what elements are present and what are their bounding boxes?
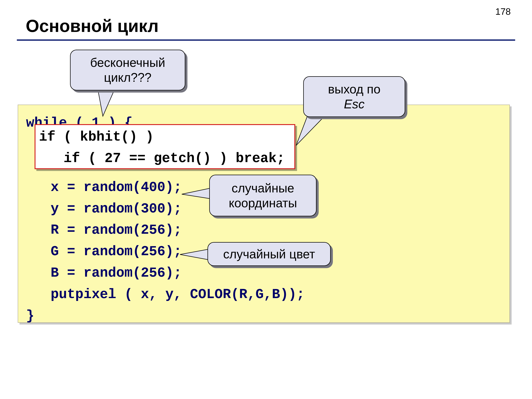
callout-text: бесконечный: [90, 55, 165, 70]
callout-text: выход по: [328, 82, 380, 97]
code-line: putpixel ( x, y, COLOR(R,G,B));: [26, 284, 501, 305]
page-number: 178: [495, 6, 511, 17]
callout-text: координаты: [229, 196, 297, 210]
callout-exit-esc: выход по Esc: [303, 76, 405, 117]
callout-text: Esc: [344, 97, 365, 112]
title-underline: [17, 39, 515, 41]
slide-title: Основной цикл: [26, 16, 159, 36]
callout-text: случайный цвет: [223, 247, 315, 262]
callout-text: цикл???: [104, 70, 152, 85]
code-line: R = random(256);: [26, 220, 501, 241]
highlight-box-esc: if ( kbhit() ) if ( 27 == getch() ) brea…: [35, 124, 295, 169]
code-line: }: [26, 305, 501, 327]
code-line: if ( kbhit() ): [39, 127, 291, 148]
callout-random-coords: случайные координаты: [209, 175, 317, 216]
code-line: if ( 27 == getch() ) break;: [39, 148, 291, 169]
callout-infinite-loop: бесконечный цикл???: [70, 50, 185, 90]
callout-random-color: случайный цвет: [208, 242, 331, 266]
callout-text: случайные: [232, 181, 294, 196]
